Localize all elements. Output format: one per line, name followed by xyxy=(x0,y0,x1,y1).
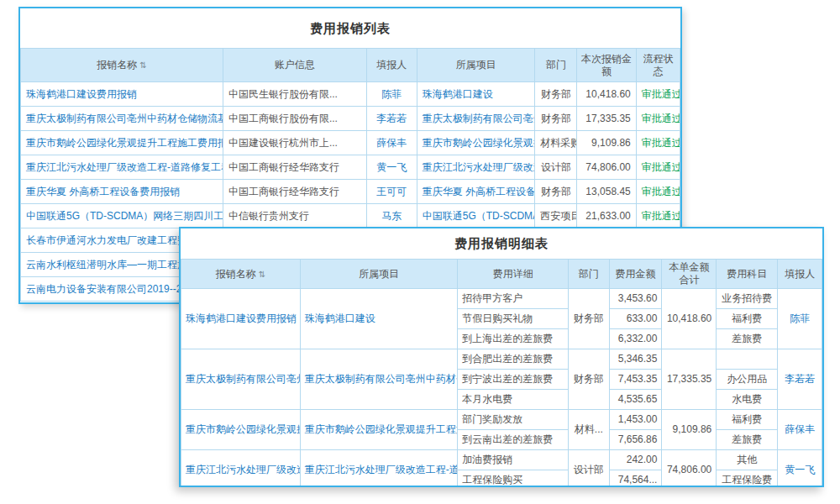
status-badge[interactable]: 审批通过 xyxy=(636,131,680,155)
amount: 10,418.60 xyxy=(577,82,636,107)
expense-amount: 7,453.35 xyxy=(609,370,662,390)
reimbursement-name-link[interactable]: 重庆太极制药有限公司亳州中药 xyxy=(181,349,301,410)
total-amount: 17,335.35 xyxy=(662,349,717,410)
filler-link[interactable]: 陈菲 xyxy=(778,289,822,349)
expense-detail: 部门奖励发放 xyxy=(458,410,569,430)
table-row: 重庆江北污水处理厂级改造工程-道路修复工程费用... 中国工商银行经华路支行 黄… xyxy=(21,155,680,180)
expense-amount: 5,346.35 xyxy=(609,349,662,370)
account-info: 中国工商银行经华路支行 xyxy=(223,155,366,180)
reimbursement-name-link[interactable]: 重庆江北污水处理厂级改造工程-道路修复工程费用... xyxy=(21,155,223,180)
table-row: 重庆太极制药有限公司亳州中药 重庆太极制药有限公司亳州中药材仓储物流 到合肥出差… xyxy=(181,349,822,370)
project-link[interactable]: 重庆太极制药有限公司亳州中... xyxy=(417,107,535,131)
expense-category: 福利费 xyxy=(717,410,778,430)
filler-link[interactable]: 陈菲 xyxy=(366,82,417,107)
project-link[interactable]: 珠海鹤港口建设 xyxy=(417,82,535,107)
table-row: 中国联通5G（TD-SCDMA）网络三期四川工程费... 中信银行贵州支行 马东… xyxy=(21,204,680,228)
status-badge[interactable]: 审批通过 xyxy=(636,155,680,180)
expense-detail: 本月水电费 xyxy=(458,390,569,410)
account-info: 中国建设银行杭州市上... xyxy=(223,131,366,155)
col-header-reimbursement-name[interactable]: 报销名称⇅ xyxy=(21,49,223,82)
expense-amount: 4,535.65 xyxy=(609,390,662,410)
amount: 74,806.00 xyxy=(577,155,636,180)
col-header-label: 报销名称 xyxy=(216,268,256,280)
col-header-filler: 填报人 xyxy=(778,260,822,289)
filler-link[interactable]: 黄一飞 xyxy=(366,155,417,180)
col-header-filler: 填报人 xyxy=(366,49,417,82)
expense-detail: 工程保险购买 xyxy=(458,470,569,488)
status-badge[interactable]: 审批通过 xyxy=(636,107,680,131)
department: 设计部 xyxy=(535,155,577,180)
filler-link[interactable]: 王可可 xyxy=(366,180,417,204)
reimbursement-name-link[interactable]: 珠海鹤港口建设费用报销 xyxy=(181,289,301,349)
expense-detail: 加油费报销 xyxy=(458,450,569,470)
col-header-label: 报销名称 xyxy=(97,59,137,71)
expense-detail-title: 费用报销明细表 xyxy=(181,228,822,259)
col-header-reimbursement-name[interactable]: 报销名称⇅ xyxy=(181,260,301,289)
account-info: 中国民生银行股份有限... xyxy=(223,82,366,107)
table-header-row: 报销名称⇅ 账户信息 填报人 所属项目 部门 本次报销金额 流程状态 xyxy=(21,49,680,82)
expense-detail-panel: 费用报销明细表 报销名称⇅ 所属项目 费用详细 部门 费用金额 本单金额合计 费… xyxy=(179,227,824,487)
expense-category: 差旅费 xyxy=(717,329,778,349)
sort-icon[interactable]: ⇅ xyxy=(139,60,146,70)
col-header-amount: 本次报销金额 xyxy=(577,49,636,82)
status-badge[interactable]: 审批通过 xyxy=(636,82,680,107)
filler-link[interactable]: 薛保丰 xyxy=(366,131,417,155)
expense-category: 其他 xyxy=(717,450,778,470)
table-row: 珠海鹤港口建设费用报销 中国民生银行股份有限... 陈菲 珠海鹤港口建设 财务部… xyxy=(21,82,680,107)
project-link[interactable]: 珠海鹤港口建设 xyxy=(300,289,457,349)
reimbursement-name-link[interactable]: 重庆市鹅岭公园绿化景观提升工程 xyxy=(181,410,301,450)
filler-link[interactable]: 黄一飞 xyxy=(778,450,822,488)
col-header-total-amount: 本单金额合计 xyxy=(662,260,717,289)
department: 材料... xyxy=(569,410,610,450)
department: 西安项目部 xyxy=(535,204,577,228)
project-link[interactable]: 重庆市鹅岭公园绿化景观提升... xyxy=(417,131,535,155)
project-link[interactable]: 重庆市鹅岭公园绿化景观提升工程施工 xyxy=(300,410,457,450)
reimbursement-name-link[interactable]: 重庆江北污水处理厂级改造工程- xyxy=(181,450,301,488)
amount: 9,109.86 xyxy=(577,131,636,155)
expense-detail: 到合肥出差的差旅费 xyxy=(458,349,569,370)
table-row: 重庆华夏 外高桥工程设备费用报销 中国工商银行经华路支行 王可可 重庆华夏 外高… xyxy=(21,180,680,204)
expense-list-title: 费用报销列表 xyxy=(20,8,680,48)
reimbursement-name-link[interactable]: 重庆市鹅岭公园绿化景观提升工程施工费用报销 xyxy=(21,131,223,155)
reimbursement-name-link[interactable]: 中国联通5G（TD-SCDMA）网络三期四川工程费... xyxy=(21,204,223,228)
expense-category: 水电费 xyxy=(717,390,778,410)
department: 设计部 xyxy=(569,450,610,488)
reimbursement-name-link[interactable]: 珠海鹤港口建设费用报销 xyxy=(21,82,223,107)
project-link[interactable]: 重庆江北污水处理厂级改造工... xyxy=(417,155,535,180)
filler-link[interactable]: 薛保丰 xyxy=(778,410,822,450)
total-amount: 10,418.60 xyxy=(662,289,717,349)
reimbursement-name-link[interactable]: 重庆华夏 外高桥工程设备费用报销 xyxy=(21,180,223,204)
expense-amount: 1,453.00 xyxy=(609,410,662,430)
table-row: 珠海鹤港口建设费用报销 珠海鹤港口建设 招待甲方客户 财务部 3,453.60 … xyxy=(181,289,822,309)
amount: 13,058.45 xyxy=(577,180,636,204)
reimbursement-name-link[interactable]: 重庆太极制药有限公司亳州中药材仓储物流基地项... xyxy=(21,107,223,131)
project-link[interactable]: 重庆江北污水处理厂级改造工程-道路修复工 xyxy=(300,450,457,488)
project-link[interactable]: 中国联通5G（TD-SCDMA）网... xyxy=(417,204,535,228)
department: 财务部 xyxy=(569,289,610,349)
col-header-department: 部门 xyxy=(569,260,610,289)
filler-link[interactable]: 李若若 xyxy=(778,349,822,410)
account-info: 中国工商银行经华路支行 xyxy=(223,180,366,204)
department: 财务部 xyxy=(535,180,577,204)
col-header-expense-amount: 费用金额 xyxy=(609,260,662,289)
col-header-expense-category: 费用科目 xyxy=(717,260,778,289)
total-amount: 9,109.86 xyxy=(662,410,717,450)
total-amount: 74,806.00 xyxy=(662,450,717,488)
status-badge[interactable]: 审批通过 xyxy=(636,180,680,204)
filler-link[interactable]: 马东 xyxy=(366,204,417,228)
project-link[interactable]: 重庆太极制药有限公司亳州中药材仓储物流 xyxy=(300,349,457,410)
status-badge[interactable]: 审批通过 xyxy=(636,204,680,228)
amount: 17,335.35 xyxy=(577,107,636,131)
department: 财务部 xyxy=(569,349,610,410)
project-link[interactable]: 重庆华夏 外高桥工程设备 xyxy=(417,180,535,204)
sort-icon[interactable]: ⇅ xyxy=(259,270,265,279)
account-info: 中国工商银行股份有限... xyxy=(223,107,366,131)
expense-detail: 到云南出差的差旅费 xyxy=(458,430,569,450)
expense-category: 业务招待费 xyxy=(717,289,778,309)
expense-amount: 6,332.00 xyxy=(609,329,662,349)
table-row: 重庆江北污水处理厂级改造工程- 重庆江北污水处理厂级改造工程-道路修复工 加油费… xyxy=(181,450,822,470)
table-row: 重庆太极制药有限公司亳州中药材仓储物流基地项... 中国工商银行股份有限... … xyxy=(21,107,680,131)
table-header-row: 报销名称⇅ 所属项目 费用详细 部门 费用金额 本单金额合计 费用科目 填报人 xyxy=(181,260,822,289)
department: 财务部 xyxy=(535,107,577,131)
filler-link[interactable]: 李若若 xyxy=(366,107,417,131)
